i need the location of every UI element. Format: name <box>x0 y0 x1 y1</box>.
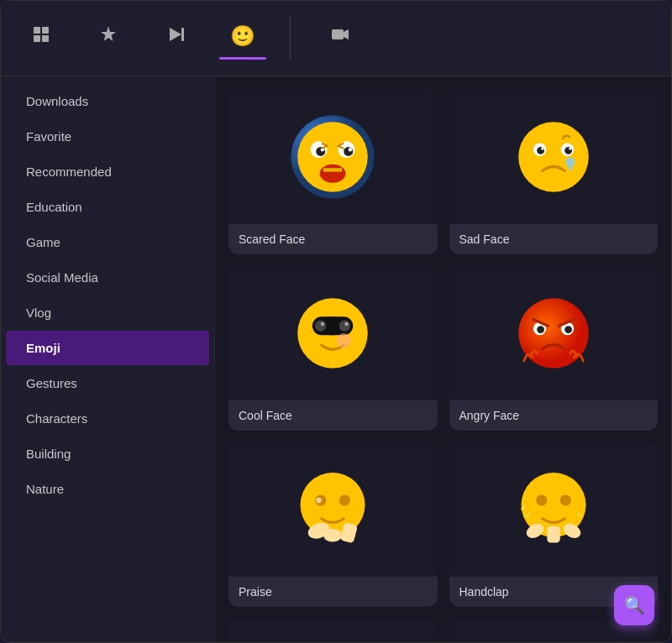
sticker-image-praise <box>228 442 438 577</box>
sticker-image-scared-face <box>228 90 438 224</box>
svg-point-37 <box>537 326 544 333</box>
svg-point-15 <box>320 165 346 183</box>
svg-rect-6 <box>332 29 344 39</box>
sidebar-item-recommended[interactable]: Recommended <box>6 154 209 189</box>
svg-point-14 <box>349 148 352 151</box>
sticker-grid: Scared Face Sad Face Cool Face <box>228 90 658 642</box>
sidebar-item-education[interactable]: Education <box>6 190 209 224</box>
sidebar-item-characters[interactable]: Characters <box>6 401 209 436</box>
svg-point-41 <box>339 494 350 505</box>
svg-point-47 <box>536 494 547 505</box>
search-icon: 🔍 <box>624 595 645 615</box>
sidebar-item-social-media[interactable]: Social Media <box>6 260 209 295</box>
nav-more[interactable] <box>276 30 286 47</box>
svg-point-25 <box>567 162 573 171</box>
sticker-card-angry-face[interactable]: Angry Face <box>449 266 659 431</box>
sidebar-item-game[interactable]: Game <box>6 225 209 259</box>
sidebar-item-emoji[interactable]: Emoji <box>6 331 209 365</box>
svg-point-29 <box>315 321 326 332</box>
nav-sfx[interactable] <box>294 16 386 61</box>
sticker-image-angry-face <box>449 266 659 400</box>
effects-icon <box>98 24 118 48</box>
nav-stickers[interactable]: 🙂 <box>209 18 276 60</box>
svg-point-12 <box>344 147 353 156</box>
nav-divider <box>290 18 291 60</box>
library-icon <box>31 24 51 48</box>
svg-rect-3 <box>42 35 49 42</box>
nav-library[interactable] <box>8 16 75 61</box>
sidebar-item-gestures[interactable]: Gestures <box>6 366 209 400</box>
svg-point-45 <box>316 498 322 504</box>
sticker-card-wink-tongue[interactable] <box>228 619 438 642</box>
svg-rect-16 <box>323 168 342 171</box>
sidebar-item-building[interactable]: Building <box>6 437 209 471</box>
sidebar: DownloadsFavoriteRecommendedEducationGam… <box>1 76 215 642</box>
svg-point-38 <box>564 326 572 333</box>
search-button[interactable]: 🔍 <box>614 585 654 625</box>
sticker-card-sad-face[interactable]: Sad Face <box>449 90 659 254</box>
sticker-label-cool-face: Cool Face <box>228 400 438 431</box>
sticker-card-handclap[interactable]: Handclap <box>449 442 659 607</box>
sticker-label-sad-face: Sad Face <box>449 224 659 254</box>
grid-area: Scared Face Sad Face Cool Face <box>215 76 671 642</box>
sticker-card-cool-face[interactable]: Cool Face <box>228 266 438 431</box>
svg-point-22 <box>541 147 543 149</box>
sticker-label-angry-face: Angry Face <box>449 400 659 431</box>
svg-point-43 <box>323 529 342 541</box>
svg-point-23 <box>569 147 571 149</box>
svg-point-17 <box>518 122 589 192</box>
sticker-image-wink-tongue <box>228 619 438 642</box>
sidebar-item-downloads[interactable]: Downloads <box>6 84 209 118</box>
svg-rect-0 <box>34 27 40 34</box>
svg-point-34 <box>518 298 589 369</box>
stickers-icon: 🙂 <box>230 26 255 46</box>
nav-effects[interactable] <box>75 16 142 61</box>
sticker-image-handclap <box>449 442 659 577</box>
main-content: DownloadsFavoriteRecommendedEducationGam… <box>1 76 671 642</box>
svg-rect-5 <box>181 28 184 41</box>
sticker-label-scared-face: Scared Face <box>228 224 438 254</box>
sticker-image-sad-face <box>449 90 659 224</box>
sfx-icon <box>330 24 350 48</box>
svg-rect-2 <box>34 35 40 42</box>
svg-point-31 <box>321 322 324 326</box>
svg-rect-1 <box>42 27 49 34</box>
svg-point-30 <box>339 321 350 332</box>
sticker-card-scared-face[interactable]: Scared Face <box>228 90 438 254</box>
sticker-card-praise[interactable]: Praise <box>228 442 438 607</box>
sticker-image-cool-face <box>228 266 438 400</box>
svg-marker-4 <box>170 28 181 41</box>
svg-point-33 <box>337 333 352 348</box>
svg-rect-51 <box>547 526 559 543</box>
sticker-label-praise: Praise <box>228 577 438 607</box>
sidebar-item-nature[interactable]: Nature <box>6 472 209 506</box>
sidebar-item-favorite[interactable]: Favorite <box>6 119 209 154</box>
sidebar-item-vlog[interactable]: Vlog <box>6 295 209 330</box>
svg-point-48 <box>559 494 570 505</box>
nav-transitions[interactable] <box>142 16 209 61</box>
top-nav: 🙂 <box>1 1 671 76</box>
transitions-icon <box>165 24 186 48</box>
svg-point-32 <box>345 322 349 326</box>
